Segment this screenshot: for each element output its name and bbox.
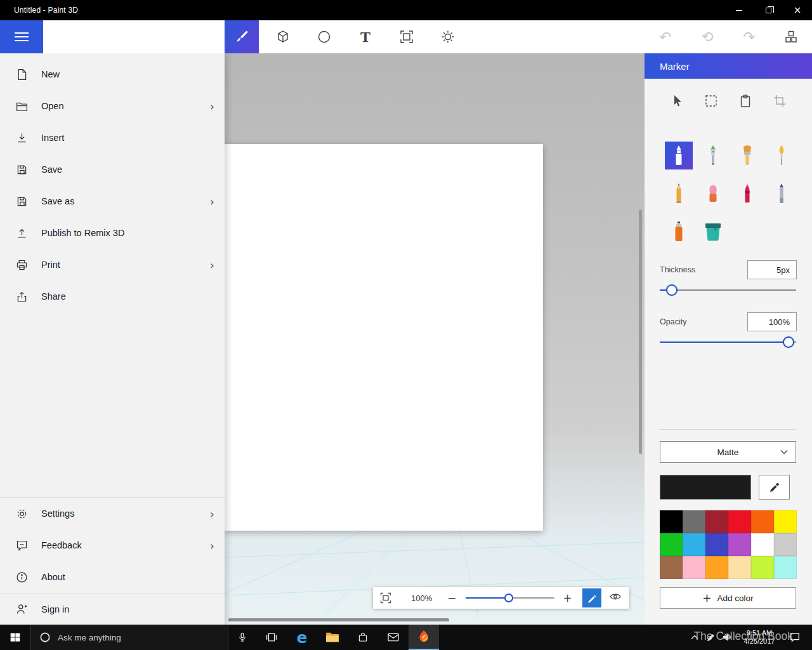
zoom-slider-thumb[interactable]	[504, 594, 513, 602]
task-view-button[interactable]	[256, 625, 287, 650]
tab-effects[interactable]	[431, 20, 465, 53]
view-mode-button[interactable]	[609, 592, 622, 604]
minimize-button[interactable]	[724, 0, 754, 20]
palette-swatch[interactable]	[751, 533, 774, 556]
paste-button[interactable]	[738, 93, 753, 109]
maximize-button[interactable]	[754, 0, 783, 20]
taskbar-store-button[interactable]	[348, 625, 378, 650]
menu-item-insert[interactable]: Insert	[0, 122, 225, 154]
search-input[interactable]	[58, 633, 228, 642]
taskbar-file-explorer-button[interactable]	[317, 625, 348, 650]
eyedropper-button[interactable]	[759, 475, 790, 500]
palette-swatch[interactable]	[683, 533, 705, 556]
chevron-down-icon	[780, 449, 788, 454]
brush-crayon[interactable]	[733, 180, 761, 208]
menu-item-publish-remix3d[interactable]: Publish to Remix 3D	[0, 217, 225, 249]
palette-swatch[interactable]	[683, 510, 705, 533]
palette-swatch[interactable]	[774, 556, 797, 579]
tab-2d-shapes[interactable]	[307, 20, 341, 53]
palette-swatch[interactable]	[751, 556, 774, 579]
palette-swatch[interactable]	[774, 533, 797, 556]
brush-calligraphy-pen[interactable]	[699, 142, 727, 169]
redo-button[interactable]: ↷	[732, 20, 766, 53]
opacity-input[interactable]	[747, 312, 797, 331]
tab-canvas[interactable]	[390, 20, 424, 53]
thickness-slider-thumb[interactable]	[666, 284, 678, 296]
vertical-scrollbar[interactable]	[639, 209, 642, 454]
palette-swatch[interactable]	[660, 533, 683, 556]
drawing-canvas[interactable]	[225, 144, 543, 531]
add-color-button[interactable]: + Add color	[660, 587, 796, 609]
menu-item-settings[interactable]: Settings ›	[0, 498, 225, 529]
cortana-search-box[interactable]	[30, 625, 228, 650]
tray-pen-icon[interactable]	[703, 633, 719, 642]
remix3d-button[interactable]	[774, 20, 808, 53]
opacity-slider[interactable]	[660, 336, 796, 348]
menu-button[interactable]	[0, 20, 43, 53]
tray-speaker-icon[interactable]	[719, 633, 736, 642]
finish-value: Matte	[717, 448, 739, 457]
thickness-slider[interactable]	[660, 284, 796, 296]
action-center-button[interactable]	[783, 632, 807, 643]
zoom-slider[interactable]	[466, 594, 554, 602]
zoom-in-button[interactable]: +	[563, 592, 572, 604]
palette-swatch[interactable]	[774, 510, 797, 533]
taskbar-edge-button[interactable]: e	[287, 625, 317, 650]
fit-to-window-button[interactable]	[379, 592, 392, 604]
brush-pixel-pen[interactable]	[768, 180, 796, 208]
crop-button[interactable]	[772, 93, 787, 109]
draw-mode-toggle[interactable]	[582, 588, 601, 607]
palette-swatch[interactable]	[660, 556, 683, 579]
hamburger-icon	[15, 32, 29, 34]
palette-swatch[interactable]	[705, 556, 728, 579]
close-button[interactable]: ×	[783, 0, 812, 20]
palette-swatch[interactable]	[705, 510, 728, 533]
microphone-button[interactable]	[228, 625, 256, 650]
tab-text[interactable]: T	[348, 20, 383, 53]
menu-item-print[interactable]: Print ›	[0, 249, 225, 281]
start-button[interactable]	[0, 625, 30, 650]
taskbar-mail-button[interactable]	[378, 625, 409, 650]
menu-item-save-as[interactable]: Save as ›	[0, 185, 225, 217]
tab-3d-shapes[interactable]	[266, 20, 300, 53]
history-button[interactable]: ⟲	[690, 20, 724, 53]
palette-swatch[interactable]	[728, 556, 751, 579]
zoom-out-button[interactable]: −	[447, 592, 456, 604]
menu-item-open[interactable]: Open ›	[0, 90, 225, 122]
menu-item-save[interactable]: Save	[0, 154, 225, 185]
brush-oil[interactable]	[733, 142, 761, 169]
brush-fill[interactable]	[699, 218, 727, 246]
palette-swatch[interactable]	[660, 510, 683, 533]
current-color-swatch[interactable]	[660, 475, 751, 500]
menu-item-about[interactable]: About	[0, 561, 225, 593]
circle-shape-icon	[317, 29, 332, 44]
fill-bucket-icon	[704, 222, 723, 242]
menu-item-sign-in[interactable]: Sign in	[0, 593, 225, 625]
undo-button[interactable]: ↶	[648, 20, 683, 53]
menu-item-feedback[interactable]: Feedback ›	[0, 529, 225, 561]
marquee-select-button[interactable]	[704, 93, 719, 109]
panel-header: Marker	[645, 53, 812, 79]
brush-pencil[interactable]	[665, 180, 693, 208]
palette-swatch[interactable]	[683, 556, 705, 579]
menu-item-new[interactable]: New	[0, 58, 225, 90]
taskbar-paint3d-button[interactable]	[409, 625, 439, 650]
brush-marker[interactable]	[665, 142, 693, 169]
palette-swatch[interactable]	[728, 533, 751, 556]
finish-dropdown[interactable]: Matte	[660, 441, 796, 463]
brush-eraser[interactable]	[699, 180, 727, 208]
brush-watercolor[interactable]	[768, 142, 796, 169]
horizontal-scrollbar[interactable]	[228, 618, 449, 621]
palette-swatch[interactable]	[751, 510, 774, 533]
taskbar-clock[interactable]: 9:51 AM 4/25/2017	[736, 629, 783, 646]
menu-item-share[interactable]: Share	[0, 281, 225, 312]
opacity-slider-thumb[interactable]	[783, 336, 794, 348]
tab-brushes[interactable]	[225, 20, 259, 53]
workspace: 100% − +	[225, 53, 645, 625]
select-cursor-button[interactable]	[669, 93, 684, 109]
brush-spray-can[interactable]	[665, 218, 693, 246]
tray-chevron-up-icon[interactable]	[686, 635, 703, 640]
thickness-input[interactable]	[747, 260, 797, 279]
palette-swatch[interactable]	[728, 510, 751, 533]
palette-swatch[interactable]	[705, 533, 728, 556]
